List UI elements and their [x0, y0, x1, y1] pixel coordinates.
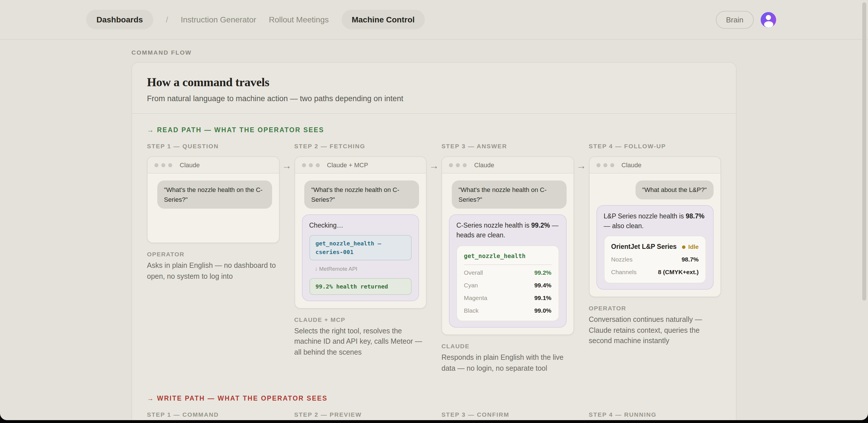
assistant-answer-bubble: L&P Series nozzle health is 98.7% — also…: [596, 205, 714, 290]
row-value: 99.4%: [534, 281, 551, 290]
nav-actions: Brain: [716, 11, 776, 28]
window-dot-icon: [463, 163, 467, 167]
window-dot-icon: [449, 163, 453, 167]
status-dot-icon: [682, 245, 685, 249]
write-step-1: STEP 1 — COMMAND Claude "Start the C-Ser…: [147, 411, 279, 420]
window-dot-icon: [596, 163, 600, 167]
window-title: Claude: [621, 162, 642, 168]
answer-text: — also clean.: [603, 222, 644, 229]
api-route-note: ↓ MetRemote API: [309, 265, 412, 274]
window-header: Claude: [589, 157, 720, 174]
assistant-answer-bubble: C-Series nozzle health is 99.2% — heads …: [449, 215, 566, 328]
write-path-heading: → WRITE PATH — WHAT THE OPERATOR SEES: [147, 395, 721, 402]
window-dot-icon: [456, 163, 460, 167]
flow-arrow-icon: →: [574, 411, 589, 420]
window-title: Claude + MCP: [327, 162, 368, 168]
brain-button[interactable]: Brain: [716, 11, 754, 28]
row-value: 8 (CMYK+ext.): [658, 268, 699, 277]
step-caption: CLAUDE + MCP Selects the right tool, res…: [294, 316, 427, 358]
row-label: Channels: [611, 268, 637, 277]
read-path-heading: → READ PATH — WHAT THE OPERATOR SEES: [147, 126, 721, 133]
nav-dashboards[interactable]: Dashboards: [86, 10, 153, 29]
row-label: Cyan: [464, 281, 478, 290]
answer-text: L&P Series nozzle health is: [603, 213, 686, 219]
row-label: Magenta: [464, 294, 487, 303]
avatar-person-icon: [766, 15, 771, 20]
row-value: 99.2%: [534, 269, 551, 278]
command-flow-card: How a command travels From natural langu…: [131, 62, 737, 420]
tab-machine-control[interactable]: Machine Control: [341, 10, 425, 29]
window-header: Claude + MCP: [295, 157, 426, 174]
user-message-bubble: "What's the nozzle health on C-Series?": [452, 180, 566, 208]
step-label: STEP 1 — QUESTION: [147, 143, 279, 149]
read-step-3: STEP 3 — ANSWER Claude "What's the nozzl…: [441, 143, 574, 374]
row-value: 99.0%: [534, 306, 551, 315]
claude-window: Claude "What's the nozzle health on C-Se…: [441, 156, 574, 335]
read-step-1: STEP 1 — QUESTION Claude "What's the noz…: [147, 143, 279, 282]
row-value: 99.1%: [534, 294, 551, 303]
tool-result-chip: 99.2% health returned: [309, 278, 412, 294]
top-nav: Dashboards / Instruction Generator Rollo…: [0, 0, 868, 40]
tab-rollout-meetings[interactable]: Rollout Meetings: [269, 15, 329, 24]
checking-text: Checking…: [309, 222, 343, 229]
assistant-activity-box: Checking… get_nozzle_health — cseries-00…: [302, 215, 419, 301]
row-label: Black: [464, 306, 478, 315]
flow-arrow-icon: →: [574, 143, 589, 172]
step-label: STEP 4 — RUNNING: [589, 411, 721, 418]
caption-text: Asks in plain English — no dashboard to …: [147, 260, 279, 282]
caption-text: Conversation continues naturally — Claud…: [589, 314, 721, 347]
section-header: How a command travels From natural langu…: [132, 63, 736, 114]
app-window: Dashboards / Instruction Generator Rollo…: [0, 0, 868, 420]
caption-label: CLAUDE: [441, 343, 574, 350]
user-avatar[interactable]: [761, 12, 776, 27]
status-badge: Idle: [682, 243, 699, 252]
claude-mcp-window: Claude + MCP "What's the nozzle health o…: [294, 156, 427, 308]
table-row: Magenta 99.1%: [464, 294, 551, 303]
window-dot-icon: [309, 163, 313, 167]
read-step-2: STEP 2 — FETCHING Claude + MCP "What's t…: [294, 143, 427, 358]
flow-arrow-icon: →: [427, 411, 441, 420]
window-dot-icon: [302, 163, 306, 167]
window-dot-icon: [161, 163, 165, 167]
window-title: Claude: [474, 162, 494, 168]
caption-label: CLAUDE + MCP: [294, 316, 427, 323]
step-label: STEP 1 — COMMAND: [147, 411, 279, 418]
write-step-3: STEP 3 — CONFIRM Claude + MCP "Yes, go a…: [441, 411, 574, 420]
user-message-bubble: "What's the nozzle health on C-Series?": [304, 180, 419, 208]
step-caption: OPERATOR Conversation continues naturall…: [589, 305, 721, 347]
health-panel: get_nozzle_health Overall 99.2% Cyan: [456, 245, 559, 321]
read-path-grid: STEP 1 — QUESTION Claude "What's the noz…: [147, 143, 721, 374]
window-dot-icon: [154, 163, 158, 167]
user-message-bubble: "What about the L&P?": [635, 180, 714, 199]
row-label: Overall: [464, 269, 483, 278]
read-step-4: STEP 4 — FOLLOW-UP Claude "What about th…: [589, 143, 721, 346]
table-row: Overall 99.2%: [464, 269, 551, 278]
flow-arrow-icon: →: [427, 143, 441, 172]
answer-value: 98.7%: [686, 213, 704, 219]
window-header: Claude: [442, 157, 573, 174]
status-text: Idle: [688, 243, 699, 252]
main-content: COMMAND FLOW How a command travels From …: [131, 49, 737, 420]
step-label: STEP 2 — PREVIEW: [294, 411, 427, 418]
write-step-4: STEP 4 — RUNNING Claude: [589, 411, 721, 420]
table-row: Cyan 99.4%: [464, 281, 551, 290]
avatar-person-icon: [764, 21, 773, 27]
caption-label: OPERATOR: [589, 305, 721, 311]
breadcrumb-separator: /: [166, 15, 168, 24]
flow-arrow-icon: →: [279, 143, 294, 172]
step-label: STEP 3 — CONFIRM: [441, 411, 574, 418]
window-title: Claude: [180, 162, 200, 168]
tool-name: get_nozzle_health: [464, 251, 551, 265]
machine-panel: OrientJet L&P Series Idle N: [603, 236, 706, 283]
tool-call-chip: get_nozzle_health — cseries-001: [309, 235, 412, 261]
breadcrumb: Dashboards / Instruction Generator Rollo…: [86, 10, 425, 29]
caption-label: OPERATOR: [147, 251, 279, 257]
tab-instruction-generator[interactable]: Instruction Generator: [181, 15, 256, 24]
step-label: STEP 4 — FOLLOW-UP: [589, 143, 721, 149]
table-row: Channels 8 (CMYK+ext.): [611, 268, 699, 277]
table-row: Black 99.0%: [464, 306, 551, 315]
step-caption: CLAUDE Responds in plain English with th…: [441, 343, 574, 374]
step-caption: OPERATOR Asks in plain English — no dash…: [147, 251, 279, 282]
window-dot-icon: [168, 163, 172, 167]
scrollbar[interactable]: [862, 2, 866, 301]
